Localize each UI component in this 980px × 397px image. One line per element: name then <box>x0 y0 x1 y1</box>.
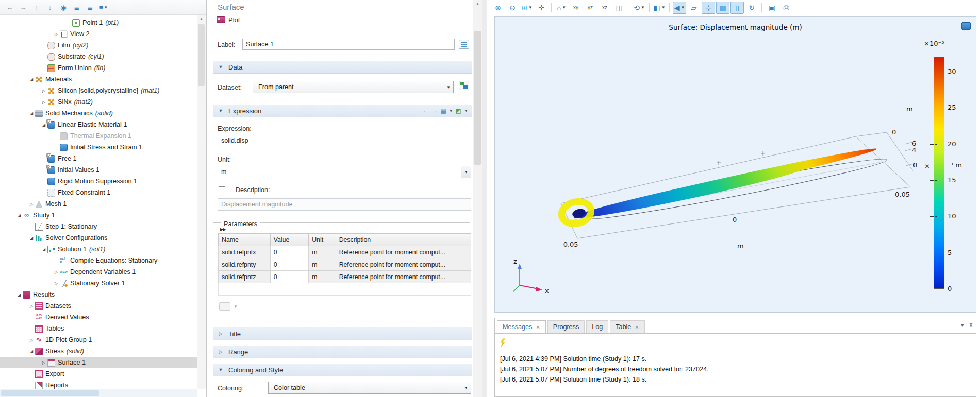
show-axis-orientation-icon[interactable]: ⊹ <box>702 2 715 14</box>
tree-item-datasets[interactable]: ▷Datasets <box>0 300 197 312</box>
unit-select[interactable]: m ▼ <box>218 166 471 178</box>
collapse-arrow-icon[interactable]: ◢ <box>28 111 35 116</box>
table-cell[interactable]: 0 <box>270 258 309 271</box>
table-cell[interactable]: 0 <box>270 271 309 283</box>
table-cell[interactable]: m <box>309 258 336 271</box>
tree-item-initial-stress-and-strain-1[interactable]: Initial Stress and Strain 1 <box>0 142 197 153</box>
tree-item-results[interactable]: ◢Results <box>0 289 197 300</box>
tree-item-materials[interactable]: ◢Materials <box>0 74 197 85</box>
dataset-select[interactable]: From parent ▼ <box>253 81 454 93</box>
zoom-extents-icon[interactable]: ✛ <box>535 2 548 14</box>
zoom-box-icon[interactable]: ⊞▼ <box>520 2 534 14</box>
tree-item-substrate[interactable]: Substrate(cyl1) <box>0 51 197 62</box>
collapse-arrow-icon[interactable]: ◢ <box>28 349 35 354</box>
pin-icon[interactable]: ⊼ <box>969 322 973 328</box>
zoom-out-icon[interactable]: ⊖ <box>506 2 519 14</box>
table-cell[interactable]: Reference point for moment comput... <box>336 246 471 258</box>
print-icon[interactable]: ⎙ <box>779 2 793 14</box>
model-tree-node-text-icon[interactable]: ≡▼ <box>98 2 109 13</box>
tree-item-export[interactable]: Export <box>0 368 197 379</box>
description-checkbox[interactable] <box>219 186 225 193</box>
show-grid-icon[interactable]: ▦ <box>716 2 729 14</box>
forward-icon[interactable]: → <box>18 2 29 13</box>
chevron-down-icon[interactable]: ▼ <box>449 109 453 113</box>
section-title[interactable]: ▷ Title <box>213 327 472 340</box>
tree-horizontal-scrollbar[interactable] <box>0 389 197 397</box>
expand-arrow-icon[interactable]: ▷ <box>40 360 47 365</box>
tab-table[interactable]: Table✕ <box>610 320 645 333</box>
replace-expression-icon[interactable]: ▦ <box>440 107 446 114</box>
expand-arrow-icon[interactable]: ▷ <box>53 270 60 274</box>
section-range[interactable]: ▷ Range <box>213 345 472 358</box>
move-down-icon[interactable]: ↓ <box>44 2 56 13</box>
collapse-arrow-icon[interactable]: ◢ <box>28 236 35 240</box>
zoom-in-icon[interactable]: ⊕ <box>491 2 505 14</box>
table-cell[interactable]: Reference point for moment comput... <box>336 271 471 283</box>
view-xz-icon[interactable]: xz <box>598 2 611 14</box>
table-cell[interactable]: m <box>309 271 336 283</box>
table-cell[interactable]: solid.refpntz <box>219 271 271 283</box>
expand-arrow-icon[interactable]: ▷ <box>53 32 60 37</box>
tree-item-tables[interactable]: Tables <box>0 323 197 334</box>
section-coloring-and-style[interactable]: ▼ Coloring and Style <box>213 363 472 376</box>
rename-icon[interactable] <box>459 40 469 49</box>
tree-item-stress[interactable]: ◢Stress(solid) <box>0 346 197 357</box>
collapse-arrow-icon[interactable]: ◢ <box>15 292 23 297</box>
show-icon[interactable]: ◉ <box>58 2 69 13</box>
tree-item-thermal-expansion-1[interactable]: Thermal Expansion 1 <box>0 130 197 142</box>
tree-item-dependent-variables-1[interactable]: ▷u,v,wDependent Variables 1 <box>0 266 197 278</box>
view-yz-icon[interactable]: yz <box>584 2 597 14</box>
tab-log[interactable]: Log <box>586 320 608 333</box>
move-up-icon[interactable]: ↑ <box>31 2 42 13</box>
scrollbar-thumb[interactable] <box>474 31 481 165</box>
table-cell[interactable]: solid.refpntx <box>219 246 271 258</box>
scene-light-icon[interactable]: ◧▼ <box>653 2 666 14</box>
parameters-table[interactable]: NameValueUnitDescriptionsolid.refpntx0mR… <box>218 233 471 296</box>
show-color-legend-icon[interactable]: ▯ <box>730 2 744 14</box>
rotate-icon[interactable]: ⟲▼ <box>633 2 646 14</box>
table-row-empty[interactable] <box>219 283 471 296</box>
collapse-arrow-icon[interactable]: ◢ <box>15 213 23 218</box>
close-icon[interactable]: ✕ <box>635 324 639 330</box>
tree-item-free-1[interactable]: Free 1 <box>0 153 197 164</box>
scrollbar-thumb[interactable] <box>198 24 205 86</box>
table-cell[interactable]: m <box>309 246 336 258</box>
expand-arrow-icon[interactable]: ▷ <box>28 304 35 308</box>
expand-arrow-icon[interactable]: ▷ <box>40 89 47 93</box>
collapse-all-icon[interactable]: ≣ <box>85 2 96 13</box>
tree-item-stationary-solver-1[interactable]: ▷Stationary Solver 1 <box>0 278 197 289</box>
transparency-icon[interactable]: ▱ <box>687 2 701 14</box>
expand-arrow-icon[interactable]: ▷ <box>53 281 60 286</box>
tree-item-fixed-constraint-1[interactable]: Fixed Constraint 1 <box>0 187 197 198</box>
table-row[interactable]: solid.refpntz0mReference point for momen… <box>219 271 471 283</box>
close-icon[interactable]: ✕ <box>536 324 540 330</box>
tree-item-form-union[interactable]: Form Union(fin) <box>0 62 197 74</box>
plot-button[interactable]: Plot <box>217 16 240 24</box>
chevron-down-icon[interactable]: ▼ <box>464 109 468 113</box>
tree-item-rigid-motion-suppression-1[interactable]: Rigid Motion Suppression 1 <box>0 176 197 187</box>
tree-item-derived-values[interactable]: 8.85 e-12Derived Values <box>0 312 197 323</box>
tree-item-reports[interactable]: Reports <box>0 379 197 389</box>
expand-arrow-icon[interactable]: ▷ <box>28 338 35 342</box>
settings-scrollbar[interactable]: ▲ <box>473 0 482 397</box>
coloring-select[interactable]: Color table ▼ <box>268 382 471 394</box>
graphics-canvas[interactable]: Surface: Displacement magnitude (m) <box>494 16 976 313</box>
previous-expression-icon[interactable]: ← <box>423 107 429 114</box>
reset-current-view-icon[interactable]: ↻ <box>745 2 758 14</box>
orthographic-projection-icon[interactable]: ◫ <box>612 2 626 14</box>
tree-item-initial-values-1[interactable]: Initial Values 1 <box>0 164 197 176</box>
column-header-description[interactable]: Description <box>336 234 471 246</box>
section-expression[interactable]: ▼ Expression ← → ▦▼ ◩▼ <box>213 104 472 117</box>
table-cell[interactable]: Reference point for moment comput... <box>336 258 471 271</box>
tree-item-1d-plot-group-1[interactable]: ▷∿1D Plot Group 1 <box>0 334 197 346</box>
scrollbar-thumb[interactable] <box>1 390 99 396</box>
image-snapshot-icon[interactable]: ▣ <box>765 2 778 14</box>
tree-item-solution-1[interactable]: ◢Solution 1(sol1) <box>0 244 197 255</box>
tree-item-view-2[interactable]: ▷View 2 <box>0 28 197 40</box>
column-header-name[interactable]: Name <box>219 234 271 246</box>
collapse-arrow-icon[interactable]: ◢ <box>40 247 47 252</box>
chevron-down-icon[interactable]: ▼ <box>234 304 238 309</box>
tab-list-dropdown-icon[interactable]: ▼ <box>960 322 965 328</box>
scroll-up-icon[interactable]: ▲ <box>197 15 206 23</box>
label-input[interactable]: Surface 1 <box>242 39 455 50</box>
